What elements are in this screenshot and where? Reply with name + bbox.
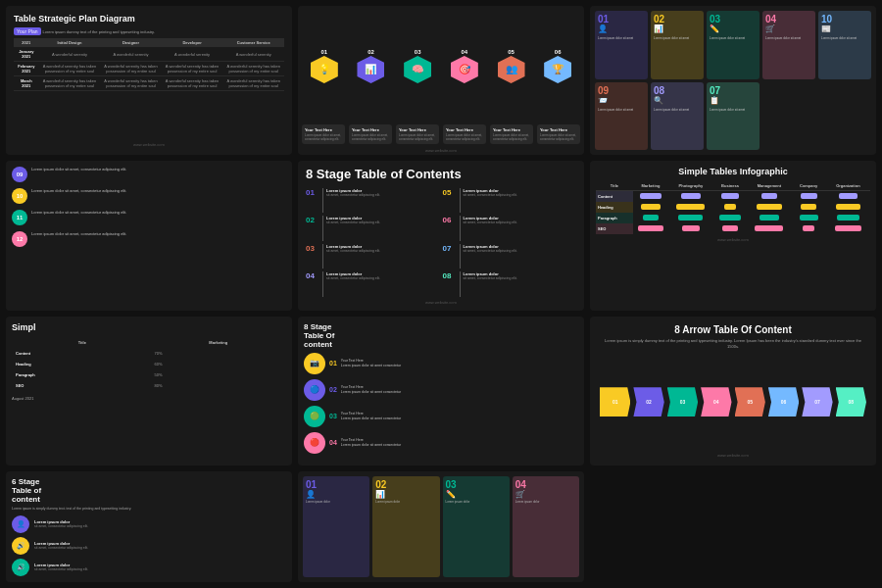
- bar-cell: [747, 213, 791, 223]
- table-row-year: March 2021: [14, 76, 39, 91]
- hex-shape: 🏆: [544, 56, 571, 83]
- hex-icon: 👥: [506, 64, 517, 74]
- stage6-items: 👤 Lorem ipsum dolor sit amet, consectetu…: [12, 515, 286, 576]
- hex-card-2: Your Text Here Lorem ipsum dolor sit ame…: [396, 124, 439, 144]
- slide-8stage-toc: 8 Stage Table of Contents 01 Lorem ipsum…: [298, 161, 584, 310]
- stage-num: 04: [306, 271, 319, 280]
- box-icon: 📊: [375, 490, 436, 499]
- box-icon: 🛒: [515, 490, 576, 499]
- stage-text: sit amet, consectetur adipiscing elit.: [326, 220, 440, 225]
- table-cell: A wonderful serenity has taken possessio…: [39, 62, 101, 76]
- toc-badge: 10: [12, 188, 27, 204]
- cell-icon: ✏️: [710, 24, 757, 33]
- bar-cell: [747, 223, 791, 234]
- slide-arrow-toc: 8 Arrow Table Of Content Lorem ipsum is …: [590, 317, 876, 466]
- hex-icon: 📊: [365, 64, 376, 74]
- stage6-item-1: 🔊 Lorem ipsum dolor sit amet, consectetu…: [12, 537, 286, 555]
- toc-item-09: 09 Lorem ipsum dolor sit amet, consectet…: [12, 167, 286, 182]
- stage6-text: sit amet, consectetur adipiscing elit.: [34, 567, 286, 572]
- num-cell-01: 01 👤 Lorem ipsum dolor sit amet: [595, 11, 648, 79]
- toc-item-10: 10 Lorem ipsum dolor sit amet, consectet…: [12, 188, 286, 204]
- toc-text: Lorem ipsum dolor sit amet, consectetur …: [31, 210, 126, 216]
- slide-table-strategic: Table Strategic Plan Diagram Your Plan L…: [6, 6, 292, 155]
- stage-content: Lorem ipsum dolor sit amet, consectetur …: [326, 188, 440, 198]
- arrow-left-items: 📷 01 Your Text HereLorem ipsum dolor sit…: [304, 353, 578, 459]
- bar-cell: [668, 213, 713, 223]
- stage6-content: Lorem ipsum dolor sit amet, consectetur …: [34, 563, 286, 572]
- num-cell-02: 02 📊 Lorem ipsum dolor sit amet: [651, 11, 704, 79]
- box-num: 04: [515, 479, 576, 490]
- col-designer: Designer: [100, 38, 162, 47]
- stage6-item-0: 👤 Lorem ipsum dolor sit amet, consectetu…: [12, 515, 286, 533]
- stage-row-06: 06 Lorem ipsum dolor sit amet, consectet…: [443, 216, 577, 240]
- toc-item-12: 12 Lorem ipsum dolor sit amet, consectet…: [12, 231, 286, 247]
- slide1-table: 2021 Initial Design Designer Developer C…: [14, 38, 284, 139]
- cell-icon: 📋: [710, 96, 757, 105]
- stage-divider: [460, 188, 461, 213]
- stage-num: 05: [443, 188, 457, 197]
- cell-num: 04: [765, 14, 812, 24]
- hex-icon: 🏆: [552, 64, 564, 74]
- bar-cell: [791, 191, 825, 203]
- infographic-table: TitleMarketingPhotographyBusinessManagem…: [596, 181, 870, 234]
- stage-content: Lorem ipsum dolor sit amet, consectetur …: [464, 271, 577, 281]
- toc-left: 09 Lorem ipsum dolor sit amet, consectet…: [12, 167, 286, 304]
- table-cell: A wonderful serenity has taken possessio…: [222, 62, 284, 76]
- toc-item-11: 11 Lorem ipsum dolor sit amet, consectet…: [12, 210, 286, 225]
- slide5-title: 8 Stage Table of Contents: [306, 167, 576, 182]
- col-year: 2021: [14, 38, 39, 47]
- num-cell-08: 08 🔍 Lorem ipsum dolor sit amet: [651, 82, 704, 151]
- hex-icon: 🎯: [459, 64, 470, 74]
- col-header: Management: [747, 181, 791, 191]
- slide1-title: Table Strategic Plan Diagram: [14, 14, 284, 24]
- bar-cell: [826, 213, 870, 223]
- num-box-01: 01 👤 Lorem ipsum dolor: [303, 476, 369, 577]
- cell-icon: 📰: [821, 24, 868, 33]
- card-text: Lorem ipsum dolor sit amet, consectetur …: [540, 133, 577, 141]
- hex-item-06: 06 🏆: [535, 49, 580, 83]
- stage-row-03: 03 Lorem ipsum dolor sit amet, consectet…: [306, 244, 440, 269]
- card-text: Lorem ipsum dolor sit amet, consectetur …: [446, 133, 483, 141]
- stages-grid: 01 Lorem ipsum dolor sit amet, consectet…: [306, 188, 576, 297]
- box-num: 03: [446, 479, 507, 490]
- table-row-year: January 2021: [14, 47, 39, 62]
- row-label: Content: [596, 191, 633, 203]
- toc-text: Lorem ipsum dolor sit amet, consectetur …: [31, 167, 126, 172]
- num-cell-09: 09 📨 Lorem ipsum dolor sit amet: [595, 82, 648, 151]
- partial-row-label: Content: [14, 349, 151, 358]
- stage-text: sit amet, consectetur adipiscing elit.: [326, 249, 440, 254]
- card-title: Your Text Here: [446, 127, 483, 132]
- partial-table: Title Marketing Content 70% Heading 60% …: [12, 336, 286, 392]
- stage-divider: [322, 271, 323, 296]
- stage-num: 08: [443, 271, 457, 280]
- bar-cell: [633, 191, 668, 203]
- bar-cell: [826, 202, 870, 213]
- arrow-text: Your Text HereLorem ipsum dolor sit amet…: [341, 359, 401, 368]
- row-label: SEO: [596, 223, 633, 234]
- bar-cell: [747, 191, 791, 203]
- cell-text: Lorem ipsum dolor sit amet: [710, 108, 757, 112]
- stage-row-08: 08 Lorem ipsum dolor sit amet, consectet…: [443, 271, 577, 296]
- stage6-content: Lorem ipsum dolor sit amet, consectetur …: [34, 519, 286, 529]
- col-header: Company: [791, 181, 825, 191]
- arrow-item-1: 🔵 02 Your Text HereLorem ipsum dolor sit…: [304, 379, 578, 401]
- cell-icon: 🛒: [765, 24, 812, 33]
- hex-shape: 🎯: [451, 56, 478, 83]
- cell-icon: 📊: [654, 24, 701, 33]
- table-cell: A wonderful serenity has taken possessio…: [162, 62, 223, 76]
- box-text: Lorem ipsum dolor: [446, 500, 507, 505]
- stage-text: sit amet, consectetur adipiscing elit.: [464, 220, 577, 225]
- slide9-footer: www.website.com: [600, 453, 866, 458]
- num-box-02: 02 📊 Lorem ipsum dolor: [372, 476, 439, 577]
- table-cell: A wonderful serenity has taken possessio…: [162, 76, 223, 91]
- arrow-item-0: 📷 01 Your Text HereLorem ipsum dolor sit…: [304, 353, 578, 374]
- slide8-title: 8 Stage Table Of content: [304, 322, 578, 349]
- arrow-text: Your Text HereLorem ipsum dolor sit amet…: [341, 385, 401, 395]
- col-header: Marketing: [633, 181, 668, 191]
- table-cell: A wonderful serenity: [39, 47, 101, 62]
- stage-content: Lorem ipsum dolor sit amet, consectetur …: [464, 188, 577, 198]
- bar-cell: [791, 223, 825, 234]
- stage6-text: sit amet, consectetur adipiscing elit.: [34, 546, 286, 551]
- hex-card-5: Your Text Here Lorem ipsum dolor sit ame…: [537, 124, 580, 144]
- arrow-item-3: 🔴 04 Your Text HereLorem ipsum dolor sit…: [304, 432, 578, 454]
